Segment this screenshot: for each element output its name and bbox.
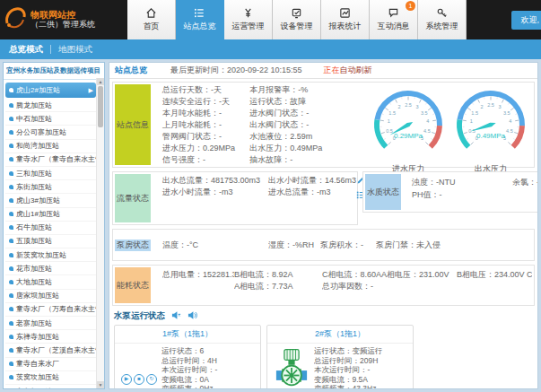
station-tag-icon (9, 280, 13, 284)
svg-text:4.5: 4.5 (506, 128, 513, 134)
svg-text:3.5: 3.5 (503, 110, 510, 116)
svg-text:3: 3 (415, 104, 418, 109)
sidebar-item-station[interactable]: 茨窝坎加压站 (5, 371, 96, 385)
sidebar-item-station[interactable]: 安和加压站 (5, 385, 96, 388)
sidebar-item-station[interactable]: 三和加压站 (5, 167, 96, 180)
nav-tab-overview[interactable]: 站点总览 (176, 0, 224, 39)
info-row: B相电压：234.00V (457, 269, 527, 281)
sidebar-item-station[interactable]: 东街加压站 (5, 180, 96, 194)
messages-icon (388, 7, 399, 19)
station-tag-icon (9, 293, 13, 298)
sidebar-item-station[interactable]: 虎山2#加压站▶ (5, 83, 96, 98)
nav-tab-reports[interactable]: 报表统计 (321, 0, 370, 39)
play-icon[interactable]: ▶ (121, 374, 132, 385)
pump-icon (275, 348, 308, 388)
station-name: 老寨加压站 (16, 318, 52, 328)
info-row: 出水阀门状态：- (249, 119, 358, 131)
station-name: 童寺水厂（童寺自来水主管道） (16, 154, 96, 164)
mute-icon[interactable] (171, 310, 181, 322)
station-name: 安和加压站 (16, 387, 52, 388)
sound-icon[interactable] (188, 310, 197, 322)
water-quality-col2: 余氯：-mg/L (510, 174, 537, 210)
info-row: 浊度：-NTU (412, 176, 510, 188)
sidebar-item-station[interactable]: 老寨加压站 (5, 317, 96, 330)
scrollbar-thumb[interactable] (98, 86, 103, 127)
nav-tab-label: 站点总览 (184, 21, 216, 32)
sidebar-item-station[interactable]: 童寺水厂（童寺自来水主管道） (5, 153, 96, 167)
info-row: 本月吨水能耗：- (162, 108, 238, 119)
station-tag-icon (9, 117, 13, 121)
info-row: 总运行天数：-天 (162, 84, 238, 96)
sidebar-item-station[interactable]: 童寺水厂（万寿自来水主管道） (5, 303, 96, 317)
info-row: 信号强度：- (162, 154, 238, 166)
info-row: 运行状态：故障 (249, 96, 358, 108)
tab-site-overview[interactable]: 站点总览 (115, 65, 147, 76)
reset-icon[interactable]: ↻ (146, 374, 157, 385)
nav-tab-label: 设备管理 (281, 21, 313, 32)
sidebar-item-station[interactable]: 唐家坝加压站 (5, 290, 96, 303)
info-row: 进水总流量：-m3 (268, 187, 356, 198)
stop-icon[interactable]: ■ (134, 374, 144, 385)
info-row: 出水小时流量：14.56m3 (268, 175, 356, 187)
station-info-col2: 本月报警率：-%运行状态：故障进水阀门状态：-出水阀门状态：-水池液位：2.59… (238, 84, 358, 165)
sidebar-item-station[interactable]: 虎山1#加压站 (5, 208, 96, 222)
info-row: 运行状态：变频运行 (314, 346, 411, 356)
nav-tab-devices[interactable]: 设备管理 (273, 0, 321, 39)
info-row: 余氯：-mg/L (512, 176, 537, 188)
info-row: 总功率因数：- (322, 281, 381, 292)
gauge-出水压力: 00.511.522.533.544.550.49MPa出水压力 (449, 84, 532, 165)
sidebar-item-station[interactable]: 石牛加压站 (5, 222, 96, 235)
sidebar-item-station[interactable]: 童寺自来水厂 (5, 358, 96, 371)
station-name: 五顶加压站 (16, 236, 52, 246)
sidebar-item-station[interactable]: 五顶加压站 (5, 235, 96, 248)
svg-text:1: 1 (470, 118, 473, 124)
station-tag-icon (9, 144, 13, 148)
energy-col: 总用电量：152281.30kW.h (162, 269, 234, 303)
info-row: 进水小时流量：-m3 (162, 187, 257, 198)
subnav-item-1[interactable]: 地图模式 (58, 44, 92, 56)
nav-tab-system[interactable]: 系统管理 (418, 0, 467, 39)
pump-room-items: 温度：-°C湿度：-%RH泵房积水：-泵房门禁：未入侵 (151, 240, 532, 251)
auto-refresh-status: 正在自动刷新 (324, 65, 372, 76)
sidebar-item-station[interactable]: 花市加压站 (5, 262, 96, 275)
station-name: 分公司寨加压站 (16, 127, 66, 137)
pump-room-label: 泵房状态 (115, 240, 151, 251)
content-area: 宜州水务加压站及数据远传项目 虎山2#加压站▶腾龙加压站中石加压站分公司寨加压站… (0, 59, 541, 392)
gauge-dial: 00.511.522.533.544.550.29MPa (367, 84, 449, 165)
info-row: 总用电量：152281.30kW.h (162, 269, 234, 281)
sidebar-item-station[interactable]: 虎山3#加压站 (5, 194, 96, 207)
sidebar-item-station[interactable]: 童寺水厂（芝溪自来水主管道） (5, 344, 96, 357)
flow-col2: 出水小时流量：14.56m3进水总流量：-m3 (257, 174, 356, 222)
scroll-up-icon[interactable]: ▲ (97, 78, 104, 85)
sidebar-scrollbar[interactable]: ▲ ▼ (96, 78, 104, 388)
sidebar-item-station[interactable]: 分公司寨加压站 (5, 126, 96, 139)
selected-arrow-icon: ▶ (89, 87, 93, 94)
sidebar-item-station[interactable]: 新茨窝坎加压站 (5, 248, 96, 262)
station-tag-icon (9, 198, 13, 203)
sidebar-item-station[interactable]: 东禅寺加压站 (5, 330, 96, 344)
info-row: 泵房门禁：未入侵 (376, 240, 532, 251)
pump-card-controls-area: ▶■↻ (117, 346, 161, 388)
pump-card-2: 2#泵（1拖1）▶■↻运行状态：变频运行总运行时间：209H本次运行时间：-变频… (266, 325, 414, 388)
info-row: 本月报警率：-% (249, 84, 358, 96)
nav-tab-home[interactable]: 首页 (127, 0, 176, 39)
main-nav: 首页站点总览运营管理设备管理报表统计互动消息1系统管理 (127, 0, 467, 39)
nav-tab-messages[interactable]: 互动消息1 (370, 0, 418, 39)
pump-card-1: 1#泵（1拖1）▶■↻运行状态：6总运行时间：4H本次运行时间：-变频电流：0A… (114, 325, 261, 388)
subnav-item-0[interactable]: 总览模式 (9, 44, 43, 56)
mode-subnav: 总览模式地图模式 (0, 39, 541, 59)
station-info-section: 站点信息 总运行天数：-天连续安全运行：-天本月吨水能耗：-上月吨水能耗：-管网… (112, 82, 535, 168)
welcome-button[interactable]: 欢迎, (511, 11, 541, 30)
sidebar-item-station[interactable]: 腾龙加压站 (5, 99, 96, 112)
info-row: 水池液位：2.59m (249, 131, 358, 143)
svg-text:1.5: 1.5 (471, 110, 478, 116)
station-name: 花市加压站 (16, 264, 52, 274)
sidebar-item-station[interactable]: 大地加压站 (5, 275, 96, 289)
info-row: 总运行时间：209H (314, 356, 411, 366)
station-tag-icon (9, 321, 13, 326)
scroll-down-icon[interactable]: ▼ (97, 381, 104, 388)
sidebar-item-station[interactable]: 和尚湾加压站 (5, 140, 96, 153)
svg-text:4: 4 (426, 118, 429, 124)
nav-tab-operations[interactable]: 运营管理 (224, 0, 273, 39)
sidebar-item-station[interactable]: 中石加压站 (5, 112, 96, 126)
